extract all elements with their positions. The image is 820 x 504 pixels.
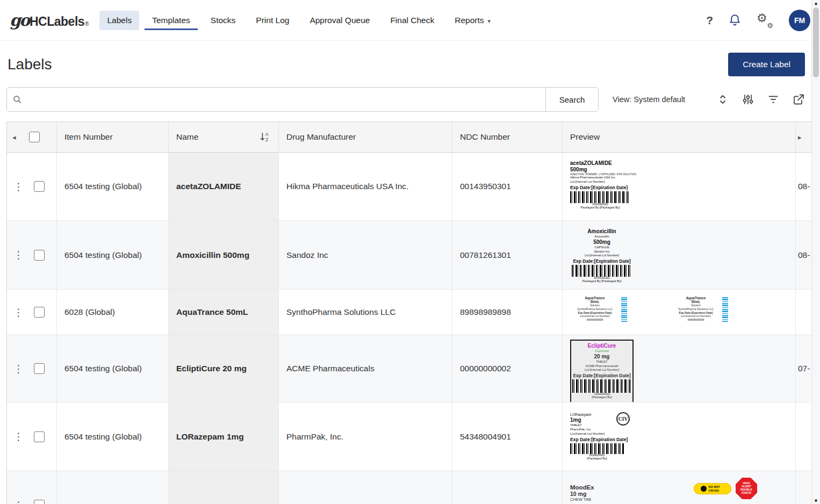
row-menu-icon[interactable]: ⋮: [13, 250, 20, 260]
preview-lot: Lot:[Internal Lot Number]: [671, 314, 721, 318]
preview-drug-name: acetaZOLAMIDE: [570, 160, 641, 167]
table-row[interactable]: ⋮ MoodEx 10 mg CHEW TAB DO NOT CRUSH HIG…: [7, 471, 811, 504]
preview-drug-name: Amoxicillin: [570, 228, 634, 235]
preview-generic-name: Amoxicillin: [570, 235, 634, 239]
search-button[interactable]: Search: [545, 87, 599, 112]
nav-tab-final-check[interactable]: Final Check: [383, 11, 442, 30]
nav-tab-templates[interactable]: Templates: [145, 11, 198, 30]
table-row[interactable]: ⋮ 6504 testing (Global) acetaZOLAMIDE Hi…: [7, 153, 811, 221]
barcode-vertical-image: [621, 297, 627, 322]
cell-manufacturer: ACME Pharmaceuticals: [279, 335, 452, 402]
table-row[interactable]: ⋮ 6504 testing (Global) Amoxicillin 500m…: [7, 221, 811, 290]
create-label-button[interactable]: Create Label: [728, 53, 805, 76]
preview-exp-date: Exp Date:[Expiration Date]: [671, 311, 721, 315]
cell-name: EcliptiCure 20 mg: [169, 335, 279, 402]
row-checkbox[interactable]: [34, 307, 45, 318]
column-settings-icon[interactable]: [742, 93, 754, 106]
preview-strength: 50mL: [570, 300, 620, 304]
logo-registered-mark: ®: [85, 21, 89, 27]
scrollbar-up-icon[interactable]: ▲: [812, 1, 820, 6]
row-menu-icon[interactable]: ⋮: [13, 431, 20, 442]
preview-manufacturer: Sandoz Inc: [570, 250, 634, 254]
preview-packaged-by: Packaged By:[Packaged By]: [570, 279, 634, 284]
search-box[interactable]: [6, 87, 546, 112]
cell-preview: acetaZOLAMIDE 500mg INJECTION, POWDER, L…: [563, 153, 796, 220]
preview-dosage-form: TABLET: [572, 360, 631, 364]
preview-exp-date: Exp Date:[Expiration Date]: [570, 258, 634, 264]
settings-gears-icon[interactable]: ⚙ ⚙: [757, 13, 774, 28]
row-checkbox[interactable]: [34, 431, 45, 442]
scroll-left-icon[interactable]: ◂: [12, 133, 16, 141]
cell-ndc: 00000000002: [452, 335, 563, 402]
preview-manufacturer: ACME Pharmaceuticals: [572, 364, 631, 369]
table-row[interactable]: ⋮ 6504 testing (Global) EcliptiCure 20 m…: [7, 335, 811, 402]
table-row[interactable]: ⋮ 6028 (Global) AquaTrance 50mL SynthoPh…: [7, 290, 811, 335]
nav-tab-labels[interactable]: Labels: [99, 11, 139, 30]
crush-icon: [701, 486, 707, 492]
preview-strength: 10 mg: [570, 491, 795, 497]
nav-tab-stocks[interactable]: Stocks: [203, 11, 243, 30]
row-menu-icon[interactable]: ⋮: [13, 500, 20, 504]
top-navigation-bar: goHCLabels® Labels Templates Stocks Prin…: [0, 0, 820, 41]
table-header-row: ◂ Item Number Name A Z Drug Manufacturer…: [7, 122, 811, 153]
preview-lot: Lot:[Internal Lot Number]: [572, 368, 631, 372]
column-header-manufacturer[interactable]: Drug Manufacturer: [279, 122, 452, 152]
preview-lot: Lot:[Internal Lot Number]: [570, 432, 641, 436]
controlled-substance-civ-stamp: CIV: [616, 412, 630, 426]
column-header-name[interactable]: Name A Z: [169, 122, 279, 152]
nav-tab-reports-label: Reports: [455, 16, 484, 25]
vertical-scrollbar[interactable]: ▲ ▼: [811, 0, 820, 504]
preview-manufacturer: PharmPak, Inc.: [570, 428, 641, 432]
cell-item-number: 6028 (Global): [57, 290, 169, 335]
select-all-checkbox[interactable]: [29, 132, 40, 142]
cell-expiration-partial: [796, 471, 812, 504]
row-checkbox[interactable]: [34, 500, 45, 504]
scrollbar-down-icon[interactable]: ▼: [812, 498, 820, 503]
nav-tab-print-log[interactable]: Print Log: [248, 11, 297, 30]
notifications-bell-icon[interactable]: [728, 13, 742, 27]
row-menu-icon[interactable]: ⋮: [13, 364, 20, 374]
barcode-image: [572, 379, 632, 393]
cell-expiration-partial: [796, 290, 812, 335]
column-header-preview[interactable]: Preview: [563, 122, 796, 152]
scrollbar-thumb[interactable]: [813, 8, 819, 77]
cell-expiration-partial: [796, 402, 812, 471]
row-checkbox[interactable]: [34, 363, 45, 374]
row-menu-icon[interactable]: ⋮: [13, 182, 20, 192]
column-header-item-number[interactable]: Item Number: [57, 122, 169, 152]
user-avatar[interactable]: FM: [789, 10, 810, 31]
header-scroll-cell: ▸: [796, 122, 812, 152]
sort-az-icon[interactable]: A Z: [259, 131, 271, 143]
preview-drug-name: AquaTrance: [671, 296, 721, 300]
preview-exp-date: Exp Date:[Expiration Date]: [570, 437, 641, 442]
row-select-cell: ⋮: [7, 153, 57, 220]
labels-table: ◂ Item Number Name A Z Drug Manufacturer…: [6, 121, 811, 504]
do-not-crush-sticker: DO NOT CRUSH: [694, 483, 731, 494]
expand-rows-icon[interactable]: [716, 93, 729, 106]
nav-tab-approval-queue[interactable]: Approval Queue: [302, 11, 377, 30]
preview-packaged-by: [Packaged By]: [572, 395, 631, 400]
scroll-right-icon[interactable]: ▸: [798, 133, 802, 141]
logo-text: HCLabels: [30, 15, 84, 29]
label-preview: AquaTrance 50mL Solution SynthoPharma So…: [570, 296, 627, 322]
row-select-cell: ⋮: [7, 290, 57, 335]
help-icon[interactable]: ?: [706, 14, 713, 27]
row-menu-icon[interactable]: ⋮: [13, 307, 20, 318]
cell-item-number: [57, 471, 169, 504]
view-selector[interactable]: View: System default: [613, 95, 685, 104]
column-header-ndc[interactable]: NDC Number: [452, 122, 563, 152]
app-logo[interactable]: goHCLabels®: [10, 11, 89, 30]
nav-tab-reports[interactable]: Reports▾: [447, 11, 498, 30]
cell-name: LORazepam 1mg: [169, 402, 279, 471]
filter-icon[interactable]: [767, 93, 780, 106]
cell-item-number: 6504 testing (Global): [57, 402, 169, 471]
preview-manufacturer: Hikma Pharmaceuticals USA Inc.: [570, 176, 641, 180]
search-input[interactable]: [26, 95, 540, 104]
gear-small-icon: ⚙: [767, 21, 773, 30]
row-checkbox[interactable]: [34, 250, 45, 261]
label-preview-pair: AquaTrance 50mL Solution SynthoPharma So…: [570, 296, 795, 322]
export-icon[interactable]: [792, 93, 805, 106]
row-checkbox[interactable]: [34, 181, 45, 192]
table-row[interactable]: ⋮ 6504 testing (Global) LORazepam 1mg Ph…: [7, 402, 811, 471]
label-preview: acetaZOLAMIDE 500mg INJECTION, POWDER, L…: [570, 160, 641, 210]
